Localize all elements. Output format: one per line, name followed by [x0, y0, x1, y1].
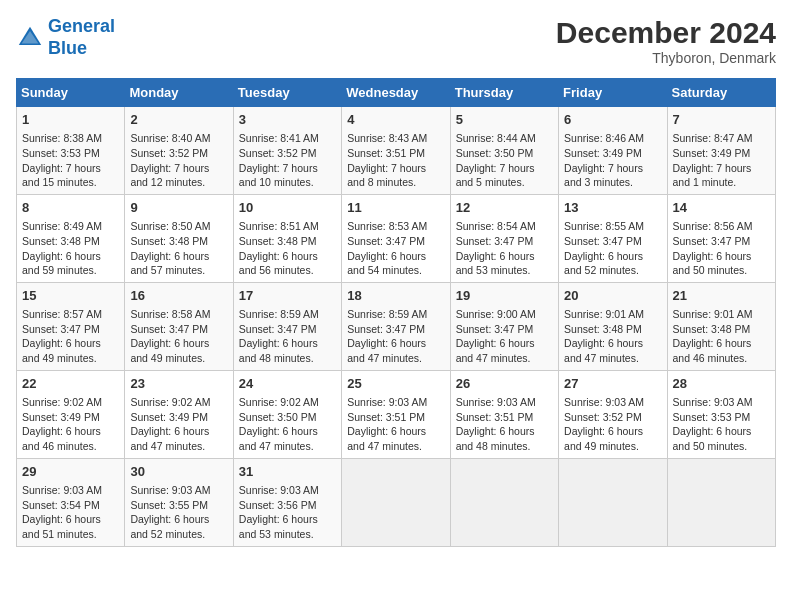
cell-content: Sunrise: 8:43 AM Sunset: 3:51 PM Dayligh…	[347, 131, 444, 190]
calendar-cell: 23 Sunrise: 9:02 AM Sunset: 3:49 PM Dayl…	[125, 370, 233, 458]
calendar-cell: 25 Sunrise: 9:03 AM Sunset: 3:51 PM Dayl…	[342, 370, 450, 458]
day-number: 24	[239, 375, 336, 393]
cell-content: Sunrise: 9:02 AM Sunset: 3:49 PM Dayligh…	[22, 395, 119, 454]
header-wednesday: Wednesday	[342, 79, 450, 107]
calendar-cell: 10 Sunrise: 8:51 AM Sunset: 3:48 PM Dayl…	[233, 194, 341, 282]
cell-content: Sunrise: 9:03 AM Sunset: 3:51 PM Dayligh…	[456, 395, 553, 454]
calendar-cell	[559, 458, 667, 546]
cell-content: Sunrise: 8:58 AM Sunset: 3:47 PM Dayligh…	[130, 307, 227, 366]
day-number: 18	[347, 287, 444, 305]
logo-line1: General	[48, 16, 115, 36]
day-number: 26	[456, 375, 553, 393]
cell-content: Sunrise: 9:03 AM Sunset: 3:54 PM Dayligh…	[22, 483, 119, 542]
day-number: 4	[347, 111, 444, 129]
calendar-cell: 27 Sunrise: 9:03 AM Sunset: 3:52 PM Dayl…	[559, 370, 667, 458]
calendar-week-3: 15 Sunrise: 8:57 AM Sunset: 3:47 PM Dayl…	[17, 282, 776, 370]
cell-content: Sunrise: 8:50 AM Sunset: 3:48 PM Dayligh…	[130, 219, 227, 278]
day-number: 7	[673, 111, 770, 129]
calendar-cell: 8 Sunrise: 8:49 AM Sunset: 3:48 PM Dayli…	[17, 194, 125, 282]
cell-content: Sunrise: 8:53 AM Sunset: 3:47 PM Dayligh…	[347, 219, 444, 278]
day-number: 13	[564, 199, 661, 217]
day-number: 5	[456, 111, 553, 129]
header-monday: Monday	[125, 79, 233, 107]
cell-content: Sunrise: 8:59 AM Sunset: 3:47 PM Dayligh…	[347, 307, 444, 366]
cell-content: Sunrise: 8:56 AM Sunset: 3:47 PM Dayligh…	[673, 219, 770, 278]
cell-content: Sunrise: 9:03 AM Sunset: 3:55 PM Dayligh…	[130, 483, 227, 542]
calendar-cell: 18 Sunrise: 8:59 AM Sunset: 3:47 PM Dayl…	[342, 282, 450, 370]
calendar-cell: 11 Sunrise: 8:53 AM Sunset: 3:47 PM Dayl…	[342, 194, 450, 282]
day-number: 21	[673, 287, 770, 305]
logo: General Blue	[16, 16, 115, 59]
cell-content: Sunrise: 9:03 AM Sunset: 3:53 PM Dayligh…	[673, 395, 770, 454]
calendar-cell: 21 Sunrise: 9:01 AM Sunset: 3:48 PM Dayl…	[667, 282, 775, 370]
header-friday: Friday	[559, 79, 667, 107]
day-number: 28	[673, 375, 770, 393]
cell-content: Sunrise: 8:54 AM Sunset: 3:47 PM Dayligh…	[456, 219, 553, 278]
calendar-cell: 1 Sunrise: 8:38 AM Sunset: 3:53 PM Dayli…	[17, 107, 125, 195]
header-saturday: Saturday	[667, 79, 775, 107]
cell-content: Sunrise: 8:55 AM Sunset: 3:47 PM Dayligh…	[564, 219, 661, 278]
cell-content: Sunrise: 9:01 AM Sunset: 3:48 PM Dayligh…	[673, 307, 770, 366]
cell-content: Sunrise: 8:38 AM Sunset: 3:53 PM Dayligh…	[22, 131, 119, 190]
calendar-cell: 12 Sunrise: 8:54 AM Sunset: 3:47 PM Dayl…	[450, 194, 558, 282]
cell-content: Sunrise: 9:02 AM Sunset: 3:49 PM Dayligh…	[130, 395, 227, 454]
calendar-cell	[450, 458, 558, 546]
cell-content: Sunrise: 9:03 AM Sunset: 3:52 PM Dayligh…	[564, 395, 661, 454]
day-number: 2	[130, 111, 227, 129]
calendar-cell: 19 Sunrise: 9:00 AM Sunset: 3:47 PM Dayl…	[450, 282, 558, 370]
cell-content: Sunrise: 8:44 AM Sunset: 3:50 PM Dayligh…	[456, 131, 553, 190]
calendar-cell: 22 Sunrise: 9:02 AM Sunset: 3:49 PM Dayl…	[17, 370, 125, 458]
calendar-cell: 24 Sunrise: 9:02 AM Sunset: 3:50 PM Dayl…	[233, 370, 341, 458]
cell-content: Sunrise: 9:02 AM Sunset: 3:50 PM Dayligh…	[239, 395, 336, 454]
day-number: 9	[130, 199, 227, 217]
cell-content: Sunrise: 8:49 AM Sunset: 3:48 PM Dayligh…	[22, 219, 119, 278]
logo-icon	[16, 24, 44, 52]
cell-content: Sunrise: 9:03 AM Sunset: 3:56 PM Dayligh…	[239, 483, 336, 542]
calendar-cell: 15 Sunrise: 8:57 AM Sunset: 3:47 PM Dayl…	[17, 282, 125, 370]
cell-content: Sunrise: 9:01 AM Sunset: 3:48 PM Dayligh…	[564, 307, 661, 366]
calendar-cell: 4 Sunrise: 8:43 AM Sunset: 3:51 PM Dayli…	[342, 107, 450, 195]
day-number: 16	[130, 287, 227, 305]
day-number: 6	[564, 111, 661, 129]
calendar-header-row: SundayMondayTuesdayWednesdayThursdayFrid…	[17, 79, 776, 107]
day-number: 31	[239, 463, 336, 481]
day-number: 1	[22, 111, 119, 129]
logo-line2: Blue	[48, 38, 87, 58]
day-number: 20	[564, 287, 661, 305]
header-tuesday: Tuesday	[233, 79, 341, 107]
day-number: 19	[456, 287, 553, 305]
calendar-cell: 5 Sunrise: 8:44 AM Sunset: 3:50 PM Dayli…	[450, 107, 558, 195]
cell-content: Sunrise: 8:51 AM Sunset: 3:48 PM Dayligh…	[239, 219, 336, 278]
calendar-cell: 9 Sunrise: 8:50 AM Sunset: 3:48 PM Dayli…	[125, 194, 233, 282]
calendar-cell: 16 Sunrise: 8:58 AM Sunset: 3:47 PM Dayl…	[125, 282, 233, 370]
calendar-cell: 3 Sunrise: 8:41 AM Sunset: 3:52 PM Dayli…	[233, 107, 341, 195]
logo-text: General Blue	[48, 16, 115, 59]
day-number: 27	[564, 375, 661, 393]
calendar-cell: 31 Sunrise: 9:03 AM Sunset: 3:56 PM Dayl…	[233, 458, 341, 546]
day-number: 10	[239, 199, 336, 217]
cell-content: Sunrise: 8:40 AM Sunset: 3:52 PM Dayligh…	[130, 131, 227, 190]
day-number: 14	[673, 199, 770, 217]
calendar-cell: 13 Sunrise: 8:55 AM Sunset: 3:47 PM Dayl…	[559, 194, 667, 282]
calendar-cell: 20 Sunrise: 9:01 AM Sunset: 3:48 PM Dayl…	[559, 282, 667, 370]
cell-content: Sunrise: 8:46 AM Sunset: 3:49 PM Dayligh…	[564, 131, 661, 190]
calendar-cell: 14 Sunrise: 8:56 AM Sunset: 3:47 PM Dayl…	[667, 194, 775, 282]
cell-content: Sunrise: 8:59 AM Sunset: 3:47 PM Dayligh…	[239, 307, 336, 366]
header-thursday: Thursday	[450, 79, 558, 107]
calendar-cell: 29 Sunrise: 9:03 AM Sunset: 3:54 PM Dayl…	[17, 458, 125, 546]
cell-content: Sunrise: 8:57 AM Sunset: 3:47 PM Dayligh…	[22, 307, 119, 366]
day-number: 15	[22, 287, 119, 305]
page-header: General Blue December 2024 Thyboron, Den…	[16, 16, 776, 66]
calendar-cell: 26 Sunrise: 9:03 AM Sunset: 3:51 PM Dayl…	[450, 370, 558, 458]
calendar-cell: 7 Sunrise: 8:47 AM Sunset: 3:49 PM Dayli…	[667, 107, 775, 195]
day-number: 3	[239, 111, 336, 129]
calendar-cell: 6 Sunrise: 8:46 AM Sunset: 3:49 PM Dayli…	[559, 107, 667, 195]
title-block: December 2024 Thyboron, Denmark	[556, 16, 776, 66]
cell-content: Sunrise: 9:03 AM Sunset: 3:51 PM Dayligh…	[347, 395, 444, 454]
day-number: 8	[22, 199, 119, 217]
calendar-cell: 2 Sunrise: 8:40 AM Sunset: 3:52 PM Dayli…	[125, 107, 233, 195]
day-number: 23	[130, 375, 227, 393]
calendar-cell: 30 Sunrise: 9:03 AM Sunset: 3:55 PM Dayl…	[125, 458, 233, 546]
day-number: 25	[347, 375, 444, 393]
calendar-week-1: 1 Sunrise: 8:38 AM Sunset: 3:53 PM Dayli…	[17, 107, 776, 195]
